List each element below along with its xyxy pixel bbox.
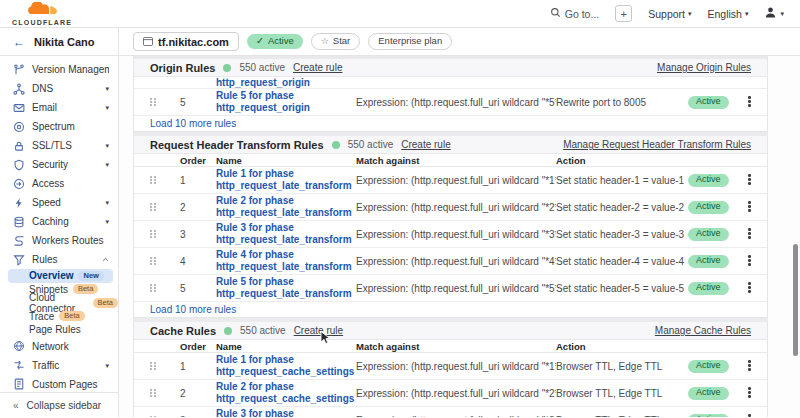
- drag-handle[interactable]: [150, 203, 157, 212]
- sidebar-item-email[interactable]: Email▾: [0, 98, 118, 117]
- rule-order: 2: [180, 202, 216, 213]
- row-menu-button[interactable]: [748, 255, 751, 267]
- section-header: Origin Rules550 activeCreate ruleManage …: [134, 59, 767, 77]
- rule-order: 1: [180, 361, 216, 372]
- rule-match-expression: Expression: (http.request.full_uri wildc…: [356, 175, 556, 186]
- global-search[interactable]: Go to...: [550, 7, 599, 20]
- rule-action: Browser TTL, Edge TTL: [556, 361, 688, 372]
- access-icon: [12, 178, 25, 190]
- rule-name-link[interactable]: Rule 3 for phasehttp_request_late_transf…: [216, 222, 356, 247]
- status-cell: Active: [688, 413, 748, 417]
- rule-name-line2: http_request_late_transform: [216, 234, 356, 247]
- sidebar-subitem-page-rules[interactable]: Page Rules: [0, 323, 118, 337]
- back-arrow-icon[interactable]: ←: [13, 35, 25, 49]
- status-dot-icon: [223, 64, 231, 72]
- row-menu-button[interactable]: [748, 228, 751, 240]
- chevron-down-icon: ▾: [745, 10, 749, 18]
- status-dot-icon: [332, 141, 340, 149]
- drag-handle[interactable]: [150, 362, 157, 371]
- sidebar-item-custom-pages[interactable]: Custom Pages: [0, 375, 118, 394]
- sidebar-item-speed[interactable]: Speed▾: [0, 193, 118, 212]
- manage-rules-link[interactable]: Manage Request Header Transform Rules: [563, 139, 751, 150]
- column-header-match: Match against: [356, 341, 556, 352]
- sidebar-item-traffic[interactable]: Traffic▾: [0, 356, 118, 375]
- status-badge: Active: [688, 255, 729, 268]
- load-more-row: Load 10 more rules: [134, 116, 767, 131]
- sidebar-item-security[interactable]: Security▾: [0, 155, 118, 174]
- sidebar-subitem-overview[interactable]: OverviewNew: [8, 269, 113, 283]
- rule-name-link[interactable]: Rule 1 for phasehttp_request_late_transf…: [216, 168, 356, 193]
- create-rule-link[interactable]: Create rule: [294, 325, 343, 336]
- new-badge: New: [78, 271, 103, 281]
- add-site-button[interactable]: +: [615, 5, 632, 22]
- row-menu-button[interactable]: [748, 96, 751, 108]
- chevron-down-icon: ▾: [105, 199, 109, 206]
- drag-handle[interactable]: [150, 416, 157, 418]
- search-label: Go to...: [565, 8, 599, 20]
- zone-selector[interactable]: tf.nikitac.com: [133, 32, 239, 51]
- manage-rules-link[interactable]: Manage Cache Rules: [655, 325, 751, 336]
- rule-name-link[interactable]: Rule 5 for phasehttp_request_late_transf…: [216, 276, 356, 301]
- drag-handle[interactable]: [150, 230, 157, 239]
- rule-name-link[interactable]: Rule 2 for phasehttp_request_cache_setti…: [216, 381, 356, 406]
- cloudflare-logo[interactable]: CLOUDFLARE: [12, 2, 72, 26]
- row-menu-button[interactable]: [748, 387, 751, 399]
- sidebar-item-label: Speed: [32, 197, 98, 208]
- rule-name-link[interactable]: Rule 4 for phasehttp_request_late_transf…: [216, 249, 356, 274]
- load-more-link[interactable]: Load 10 more rules: [150, 304, 236, 315]
- sidebar-item-rules[interactable]: Rules: [0, 250, 118, 269]
- app-shell: Version ManagementDNS▾Email▾SpectrumSSL/…: [0, 56, 800, 417]
- sidebar-item-dns[interactable]: DNS▾: [0, 79, 118, 98]
- rule-order: 4: [180, 256, 216, 267]
- sidebar-item-spectrum[interactable]: Spectrum: [0, 117, 118, 136]
- sidebar-item-label: Spectrum: [32, 121, 109, 132]
- sidebar-item-caching[interactable]: Caching▾: [0, 212, 118, 231]
- row-menu-button[interactable]: [748, 174, 751, 186]
- plan-badge: Enterprise plan: [368, 33, 452, 49]
- rule-match-expression: Expression: (http.request.full_uri wildc…: [356, 361, 556, 372]
- sidebar-item-workers-routes[interactable]: Workers Routes: [0, 231, 118, 250]
- sidebar-item-access[interactable]: Access: [0, 174, 118, 193]
- ssl-tls-icon: [12, 140, 25, 152]
- status-cell: Active: [688, 386, 748, 399]
- drag-handle[interactable]: [150, 98, 157, 107]
- row-menu-button[interactable]: [748, 282, 751, 294]
- sidebar-item-ssl-tls[interactable]: SSL/TLS▾: [0, 136, 118, 155]
- beta-badge: Beta: [93, 298, 118, 308]
- account-name: Nikita Cano: [34, 36, 95, 48]
- manage-rules-link[interactable]: Manage Origin Rules: [657, 62, 751, 73]
- chevron-down-icon: ▾: [105, 362, 109, 369]
- traffic-icon: [12, 359, 25, 371]
- rule-name-link[interactable]: Rule 5 for phasehttp_request_origin: [216, 90, 356, 115]
- account-menu[interactable]: ▾: [764, 6, 784, 21]
- zone-bar: ← Nikita Cano tf.nikitac.com ✓ Active ☆ …: [0, 28, 800, 56]
- row-menu-button[interactable]: [748, 360, 751, 372]
- create-rule-link[interactable]: Create rule: [293, 62, 342, 73]
- sidebar: Version ManagementDNS▾Email▾SpectrumSSL/…: [0, 56, 119, 417]
- drag-handle[interactable]: [150, 389, 157, 398]
- load-more-link[interactable]: Load 10 more rules: [150, 118, 236, 129]
- rule-name-link[interactable]: http_request_origin: [216, 77, 356, 89]
- sidebar-subitem-cloud-connector[interactable]: Cloud ConnectorBeta: [0, 296, 118, 310]
- rule-name-link[interactable]: Rule 2 for phasehttp_request_late_transf…: [216, 195, 356, 220]
- sidebar-item-network[interactable]: Network: [0, 337, 118, 356]
- sidebar-item-label: Traffic: [32, 360, 98, 371]
- create-rule-link[interactable]: Create rule: [401, 139, 450, 150]
- row-menu-button[interactable]: [748, 414, 751, 417]
- zone-status-badge: ✓ Active: [247, 34, 303, 48]
- language-menu[interactable]: English ▾: [708, 8, 749, 20]
- drag-handle[interactable]: [150, 284, 157, 293]
- sidebar-item-version-management[interactable]: Version Management: [0, 60, 118, 79]
- drag-handle[interactable]: [150, 176, 157, 185]
- star-button[interactable]: ☆ Star: [311, 33, 361, 49]
- collapse-sidebar-button[interactable]: « Collapse sidebar: [0, 392, 118, 417]
- row-menu-button[interactable]: [748, 201, 751, 213]
- rule-name-link[interactable]: Rule 3 for phasehttp_request_cache_setti…: [216, 408, 356, 418]
- drag-handle[interactable]: [150, 257, 157, 266]
- active-count: 550 active: [239, 62, 285, 73]
- vertical-scrollbar[interactable]: [793, 244, 798, 356]
- rule-match-expression: Expression: (http.request.full_uri wildc…: [356, 229, 556, 240]
- support-label: Support: [648, 8, 685, 20]
- support-menu[interactable]: Support ▾: [648, 8, 691, 20]
- rule-name-link[interactable]: Rule 1 for phasehttp_request_cache_setti…: [216, 354, 356, 379]
